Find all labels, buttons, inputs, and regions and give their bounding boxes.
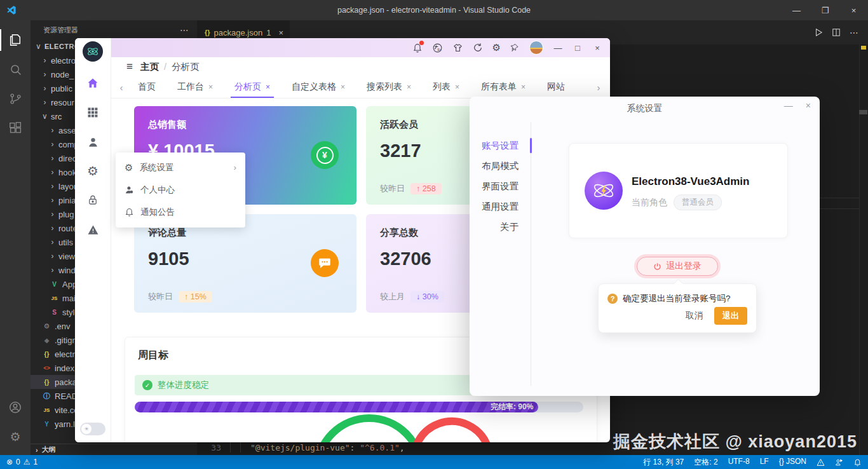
menu-item-system-settings[interactable]: ⚙ 系统设置 › xyxy=(116,156,245,179)
cancel-button[interactable]: 取消 xyxy=(686,310,703,322)
split-editor-icon[interactable] xyxy=(832,28,841,37)
more-actions-icon[interactable]: ⋯ xyxy=(850,27,859,37)
app-minimize-button[interactable]: — xyxy=(553,43,563,53)
outline-section[interactable]: › 大纲 xyxy=(31,444,197,455)
nav-lock-icon[interactable] xyxy=(85,193,100,208)
statusbar-items: 行 13, 列 37空格: 2UTF-8LF{} JSON xyxy=(643,457,806,468)
app-tabbar: ‹ 首页 工作台 × 分析页 × xyxy=(111,76,610,99)
app-tab[interactable]: 自定义表格 × xyxy=(292,76,345,98)
minimap-divider xyxy=(859,44,860,455)
notification-bell-icon[interactable] xyxy=(412,43,423,53)
explorer-icon[interactable] xyxy=(0,25,31,55)
tab-close-icon[interactable]: × xyxy=(455,83,459,92)
app-logo[interactable] xyxy=(83,41,103,62)
chevron-icon: › xyxy=(48,252,57,261)
chevron-icon: › xyxy=(36,446,38,454)
code-line-33[interactable]: 33 "@vitejs/plugin-vue": "^6.0.1", xyxy=(197,441,405,454)
settings-gear-icon[interactable]: ⚙ xyxy=(492,42,501,53)
nav-warning-icon[interactable] xyxy=(85,222,100,237)
settings-menu-item[interactable]: 布局模式 xyxy=(470,156,531,176)
tab-close-icon[interactable]: × xyxy=(208,83,213,92)
source-control-icon[interactable] xyxy=(0,84,31,113)
app-tab[interactable]: 分析页 × xyxy=(234,76,270,98)
nav-home-icon[interactable] xyxy=(85,76,100,91)
editor-guide-line xyxy=(820,208,859,209)
tabs-scroll-right-icon[interactable]: › xyxy=(592,82,605,93)
dialog-minimize-icon[interactable]: — xyxy=(784,100,793,111)
app-tab[interactable]: 网站 xyxy=(547,76,565,98)
dialog-close-icon[interactable]: × xyxy=(806,100,811,111)
submenu-arrow-icon: › xyxy=(234,163,237,172)
indent-guide xyxy=(230,442,231,452)
tab-close-icon[interactable]: × xyxy=(278,28,283,37)
extensions-icon[interactable] xyxy=(0,113,31,142)
menu-item-announcements[interactable]: 通知公告 xyxy=(116,201,245,223)
file-icon: JS xyxy=(50,296,59,301)
vscode-logo-icon[interactable] xyxy=(6,5,17,15)
vscode-titlebar: package.json - electron-viteadmin - Visu… xyxy=(0,0,868,20)
problems-status[interactable]: ⊗ 0 ⚠ 1 xyxy=(6,458,37,466)
refresh-icon[interactable] xyxy=(473,43,483,53)
statusbar-item[interactable]: LF xyxy=(760,457,769,468)
statusbar-item[interactable]: {} JSON xyxy=(779,457,806,468)
gear-icon: ⚙ xyxy=(125,162,133,173)
pin-icon[interactable] xyxy=(510,43,520,53)
nav-settings-icon[interactable]: ⚙ xyxy=(85,163,100,179)
app-tab[interactable]: 工作台 × xyxy=(177,76,213,98)
tab-close-icon[interactable]: × xyxy=(341,83,345,92)
theme-toggle[interactable]: ☀ xyxy=(80,423,105,435)
theme-skin-icon[interactable] xyxy=(452,43,463,53)
statusbar-item[interactable]: 行 13, 列 37 xyxy=(643,457,684,468)
tab-close-icon[interactable]: × xyxy=(266,83,270,92)
minimize-button[interactable]: — xyxy=(782,0,811,20)
settings-menu-item[interactable]: 通用设置 xyxy=(470,196,531,217)
statusbar-warning-icon[interactable] xyxy=(817,458,825,466)
breadcrumb-home[interactable]: 主页 xyxy=(140,61,159,73)
app-tab[interactable]: 列表 × xyxy=(433,76,459,98)
nav-apps-grid-icon[interactable] xyxy=(85,105,100,120)
chevron-icon: › xyxy=(48,224,57,233)
file-icon: S xyxy=(50,309,59,316)
file-icon: ⚙ xyxy=(42,322,51,330)
app-tab[interactable]: 搜索列表 × xyxy=(367,76,411,98)
tab-close-icon[interactable]: × xyxy=(407,83,411,92)
file-icon: Y xyxy=(42,421,51,428)
app-tab[interactable]: 首页 xyxy=(138,76,156,98)
nav-user-icon[interactable] xyxy=(85,134,100,149)
user-avatar[interactable] xyxy=(529,41,543,55)
menu-item-profile[interactable]: 个人中心 xyxy=(116,179,245,201)
settings-gear-icon[interactable]: ⚙ xyxy=(0,422,31,451)
chevron-icon: ∨ xyxy=(34,42,43,51)
progress-bar: 完结率: 90% xyxy=(135,402,583,412)
app-maximize-button[interactable]: □ xyxy=(573,43,583,53)
minimap-slider[interactable] xyxy=(859,110,867,114)
editor-guide-line xyxy=(820,198,859,198)
run-button[interactable] xyxy=(814,28,823,37)
account-icon[interactable] xyxy=(0,393,31,422)
explorer-more-icon[interactable]: ⋯ xyxy=(180,25,189,35)
notifications-bell-icon[interactable] xyxy=(853,458,862,466)
app-tab[interactable]: 所有表单 × xyxy=(481,76,526,98)
language-switch-icon[interactable]: En xyxy=(432,43,443,53)
restore-button[interactable]: ❐ xyxy=(811,0,839,20)
app-close-button[interactable]: × xyxy=(592,43,602,53)
collapse-menu-icon[interactable]: ≡ xyxy=(126,60,133,73)
statusbar-item[interactable]: UTF-8 xyxy=(728,457,750,468)
settings-menu-item[interactable]: 账号设置 xyxy=(470,135,531,156)
logout-button[interactable]: 退出登录 xyxy=(637,257,718,276)
confirm-exit-button[interactable]: 退出 xyxy=(714,307,747,325)
notification-dot xyxy=(419,41,424,45)
chevron-icon: › xyxy=(41,84,49,93)
statusbar-item[interactable]: 空格: 2 xyxy=(694,457,717,468)
role-label: 当前角色 xyxy=(632,197,667,208)
app-tabs: 首页 工作台 × 分析页 × 自定义表格 × xyxy=(128,76,592,98)
tabs-scroll-left-icon[interactable]: ‹ xyxy=(115,82,128,93)
close-button[interactable]: × xyxy=(839,0,868,20)
feedback-icon[interactable] xyxy=(835,458,843,466)
search-icon[interactable] xyxy=(0,55,31,84)
file-icon: ◆ xyxy=(42,337,51,344)
settings-menu-item[interactable]: 界面设置 xyxy=(470,176,531,196)
breadcrumb-current: 分析页 xyxy=(172,61,200,73)
settings-menu-item[interactable]: 关于 xyxy=(470,217,531,237)
tab-close-icon[interactable]: × xyxy=(521,83,526,92)
